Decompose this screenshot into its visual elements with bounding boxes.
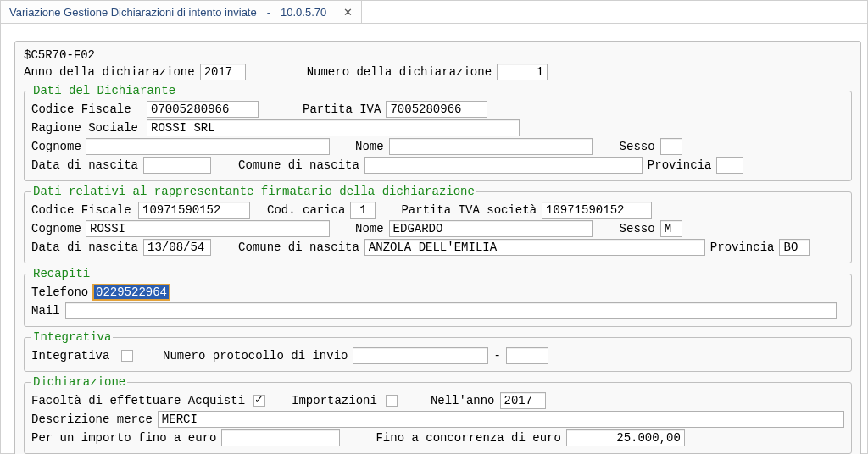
facolta-label: Facoltà di effettuare Acquisti (31, 394, 245, 407)
rapp-dn-field[interactable] (143, 239, 211, 256)
rapp-codcarica-field[interactable] (350, 202, 376, 219)
dich-prov-label: Provincia (648, 158, 712, 172)
dich-ragione-field[interactable] (147, 119, 520, 136)
integrativa-checkbox[interactable] (121, 350, 133, 362)
section-dichiarazione-legend: Dichiarazione (31, 375, 127, 389)
dich-nome-label: Nome (355, 140, 384, 153)
rapp-cf-label: Codice Fiscale (31, 203, 133, 217)
dich-dn-field[interactable] (143, 157, 211, 174)
importazioni-label: Importazioni (292, 394, 377, 407)
dich-piva-field[interactable] (386, 101, 487, 118)
importo-field[interactable] (221, 429, 340, 446)
dich-prov-field[interactable] (716, 157, 743, 174)
dich-cf-label: Codice Fiscale (31, 102, 142, 116)
rapp-comune-field[interactable] (364, 239, 705, 256)
rapp-prov-label: Provincia (710, 241, 775, 254)
rapp-prov-field[interactable] (779, 239, 810, 256)
tab-version: 10.0.5.70 (281, 6, 326, 19)
rapp-codcarica-label: Cod. carica (267, 203, 345, 217)
rapp-nome-field[interactable] (389, 220, 593, 237)
protocollo-dash: - (493, 349, 500, 363)
dich-dn-label: Data di nascita (31, 158, 138, 172)
client-area: $C5R70-F02 Anno della dichiarazione Nume… (1, 24, 867, 454)
acquisti-checkbox[interactable] (253, 395, 265, 407)
tab-bar: Variazione Gestione Dichiarazioni di int… (1, 1, 867, 24)
dich-cognome-label: Cognome (31, 140, 81, 153)
importazioni-checkbox[interactable] (386, 395, 398, 407)
section-recapiti: Recapiti Telefono Mail (24, 267, 852, 327)
dich-sesso-label: Sesso (620, 140, 655, 153)
section-recapiti-legend: Recapiti (31, 267, 92, 280)
integrativa-label: Integrativa (31, 349, 113, 363)
descr-label: Descrizione merce (31, 412, 153, 426)
tel-label: Telefono (31, 285, 87, 299)
protocollo-label: Numero protocollo di invio (163, 349, 348, 363)
numero-field[interactable] (497, 64, 548, 80)
nellanno-label: Nell'anno (431, 394, 495, 407)
rapp-cognome-label: Cognome (31, 222, 81, 235)
section-dichiarazione: Dichiarazione Facoltà di effettuare Acqu… (24, 375, 852, 454)
tab-title: Variazione Gestione Dichiarazioni di int… (9, 6, 257, 19)
form-panel: $C5R70-F02 Anno della dichiarazione Nume… (14, 41, 861, 454)
concorrenza-label: Fino a concorrenza di euro (376, 431, 560, 445)
tab-separator: - (267, 6, 270, 19)
section-integrativa-legend: Integrativa (31, 330, 113, 344)
importo-label: Per un importo fino a euro (31, 431, 216, 445)
dich-sesso-field[interactable] (660, 138, 682, 155)
section-dichiarante-legend: Dati del Dichiarante (31, 84, 177, 97)
section-dichiarante: Dati del Dichiarante Codice Fiscale Part… (24, 84, 852, 181)
rapp-cf-field[interactable] (138, 202, 250, 219)
dich-cognome-field[interactable] (86, 138, 330, 155)
section-integrativa: Integrativa Integrativa Numero protocoll… (24, 330, 852, 372)
anno-field[interactable] (200, 64, 246, 80)
mail-label: Mail (31, 304, 60, 318)
numero-label: Numero della dichiarazione (307, 65, 492, 79)
dich-cf-field[interactable] (147, 101, 259, 118)
section-rappresentante-legend: Dati relativi al rappresentante firmatar… (31, 185, 476, 198)
dich-nome-field[interactable] (389, 138, 593, 155)
descr-field[interactable] (158, 411, 844, 428)
protocollo2-field[interactable] (506, 347, 548, 364)
anno-label: Anno della dichiarazione (24, 65, 195, 79)
tel-field-wrapper (92, 284, 170, 301)
rapp-dn-label: Data di nascita (31, 241, 138, 254)
close-icon[interactable]: ✕ (343, 6, 353, 19)
nellanno-field[interactable] (500, 392, 546, 409)
protocollo1-field[interactable] (353, 347, 488, 364)
mail-field[interactable] (65, 302, 837, 319)
section-rappresentante: Dati relativi al rappresentante firmatar… (24, 185, 852, 263)
rapp-sesso-label: Sesso (620, 222, 655, 235)
app-window: Variazione Gestione Dichiarazioni di int… (0, 0, 868, 454)
form-code: $C5R70-F02 (24, 48, 95, 62)
rapp-nome-label: Nome (355, 222, 384, 235)
dich-piva-label: Partita IVA (303, 102, 381, 116)
rapp-piva-field[interactable] (542, 202, 652, 219)
rapp-sesso-field[interactable] (660, 220, 682, 237)
dich-comune-field[interactable] (364, 157, 643, 174)
rapp-cognome-field[interactable] (86, 220, 330, 237)
concorrenza-field[interactable] (566, 429, 685, 446)
tab-main[interactable]: Variazione Gestione Dichiarazioni di int… (1, 1, 362, 23)
dich-ragione-label: Ragione Sociale (31, 121, 142, 135)
tel-field[interactable] (94, 285, 169, 299)
rapp-piva-label: Partita IVA società (401, 203, 537, 217)
rapp-comune-label: Comune di nascita (238, 241, 359, 254)
dich-comune-label: Comune di nascita (238, 158, 359, 172)
